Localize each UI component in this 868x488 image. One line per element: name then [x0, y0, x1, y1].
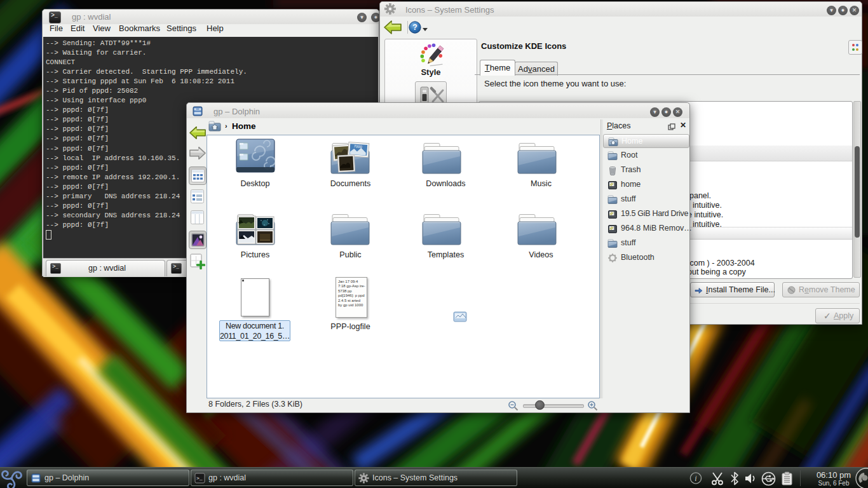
svg-text:7000: 7000: [353, 144, 362, 149]
svg-text:i: i: [695, 474, 696, 483]
svg-text:>_: >_: [196, 475, 203, 481]
svg-text:?: ?: [412, 23, 417, 32]
